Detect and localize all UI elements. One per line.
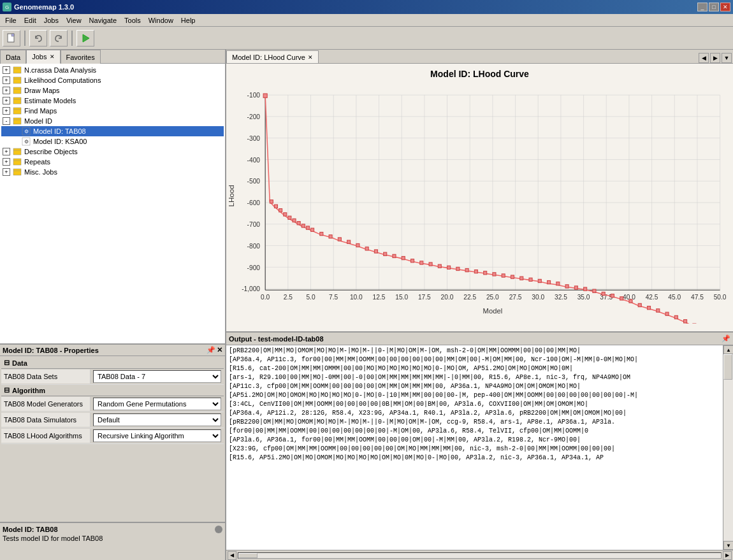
tree-item-drawmaps[interactable]: +Draw Maps [1,85,224,96]
output-pin-icon[interactable]: 📌 [722,334,730,343]
menu-file[interactable]: File [1,15,20,25]
tree-item-findmaps[interactable]: +Find Maps [1,106,224,116]
tab-data[interactable]: Data [0,50,26,64]
tree-item-modelid[interactable]: -Model ID [1,116,224,126]
tree-expander-estimate[interactable]: + [3,97,10,104]
prop-row-datasets: TAB08 Data Sets TAB08 Data - 7 [1,369,224,385]
tree-label-misc: Misc. Jobs [24,168,57,176]
tree-expander-likelihood[interactable]: + [3,76,10,84]
model-info-title: Model ID: TAB08 [3,526,58,533]
output-line: [AP36a.4, AP12i.2, 28:12G, R58.4, X23:9G… [229,409,720,418]
toolbar-new-button[interactable] [3,30,20,47]
x-label-19: 47.5 [691,294,704,301]
tree-expander-describe[interactable]: + [3,148,10,155]
chart-tab-lhood[interactable]: Model ID: LHood Curve ✕ [226,50,319,63]
tree-item-repeats[interactable]: +Repeats [1,157,224,167]
chart-tab-bar: Model ID: LHood Curve ✕ ◀ ▶ ▼ [226,50,733,64]
hscroll-left-btn[interactable]: ◀ [228,551,236,560]
tree-item-likelihood[interactable]: +Likelihood Computations [1,75,224,85]
data-point-29 [484,271,487,275]
y-label-8: -800 [247,243,261,250]
tree-item-modelid_ksa00[interactable]: ⚙Model ID: KSA00 [1,136,224,147]
data-point-34 [529,278,532,281]
vscroll-up-btn[interactable]: ▲ [723,345,733,354]
lhood-select[interactable]: Recursive Linking Algorithm [93,429,221,442]
chart-nav-next[interactable]: ▶ [710,53,720,63]
toolbar-undo-button[interactable] [29,30,47,47]
hscroll-right-btn[interactable]: ▶ [723,551,732,560]
hscroll-thumb[interactable] [238,553,258,558]
hscroll-track[interactable] [238,552,722,559]
data-point-23 [429,262,432,266]
tab-jobs-close[interactable]: ✕ [50,54,55,60]
data-point-11 [320,232,323,235]
jobs-tree-panel: +N.crassa Data Analysis+Likelihood Compu… [0,64,225,343]
output-line: [ars-1, R29.100|00|MM|MO|-0MM|00|-0|00|O… [229,373,720,382]
output-line: [for00|00|MM|MM|OOMM|00|00|00|00|00|00|0… [229,427,720,436]
tree-node-icon [13,86,22,95]
tree-expander-repeats[interactable]: + [3,158,10,166]
tree-expander-misc[interactable]: + [3,168,10,176]
x-label-6: 15.0 [395,294,408,301]
data-point-44 [620,297,623,300]
chart-nav-menu[interactable]: ▼ [722,53,732,63]
tree-expander-ncrassa[interactable]: + [3,66,10,74]
datasets-select[interactable]: TAB08 Data - 7 [93,370,221,383]
menu-tools[interactable]: Tools [120,15,145,25]
data-point-15 [356,243,359,247]
properties-title: Model ID: TAB08 - Properties [3,347,99,354]
menu-jobs[interactable]: Jobs [40,15,62,25]
vscroll-down-btn[interactable]: ▼ [723,541,733,550]
output-body[interactable]: [pRB2200|OM|MM|MO|OMOM|MO|MO|M-|MO|M-||0… [226,345,723,550]
data-point-33 [520,276,523,280]
tree-item-estimate[interactable]: +Estimate Models [1,96,224,106]
y-label-7: -700 [247,221,261,228]
tab-jobs-label: Jobs [32,53,47,61]
toolbar-redo-button[interactable] [50,30,68,47]
properties-pin-icon[interactable]: 📌 [207,346,215,354]
chart-tab-close[interactable]: ✕ [308,54,313,61]
menu-view[interactable]: View [62,15,85,25]
tree-item-ncrassa[interactable]: +N.crassa Data Analysis [1,65,224,75]
y-label-6: -600 [247,199,261,206]
collapse-data-icon[interactable]: ⊟ [4,359,10,367]
menu-window[interactable]: Window [145,15,177,25]
vscroll-track[interactable] [723,354,733,541]
properties-close-icon[interactable]: ✕ [217,346,222,354]
minimize-button[interactable]: _ [697,3,708,11]
output-line: [pRB2200|OM|MM|MO|OMOM|MO|MO|M-|MO|M-||0… [229,418,720,427]
menu-edit[interactable]: Edit [20,15,40,25]
generators-select[interactable]: Random Gene Permutations [93,398,221,410]
tab-favorites[interactable]: Favorites [61,50,101,64]
output-panel: Output - test-model-ID-tab08 📌 [pRB2200|… [226,331,733,560]
vscroll-thumb[interactable] [723,354,732,380]
tab-jobs[interactable]: Jobs ✕ [26,50,60,64]
collapse-algorithm-icon[interactable]: ⊟ [4,386,10,394]
prop-value-simulators: Default [91,412,224,427]
tree-expander-drawmaps[interactable]: + [3,87,10,94]
y-label-5: -500 [247,178,261,185]
menu-navigate[interactable]: Navigate [85,15,120,25]
data-point-31 [502,274,505,277]
maximize-button[interactable]: □ [709,3,719,11]
chart-tab-label: Model ID: LHood Curve [232,54,305,61]
tree-item-misc[interactable]: +Misc. Jobs [1,167,224,177]
svg-text:⚙: ⚙ [24,139,29,145]
tree-item-describe[interactable]: +Describe Objects [1,147,224,157]
close-button[interactable]: ✕ [720,3,730,11]
chart-svg-container: -100 -200 -300 -400 -500 -600 -700 -800 … [226,82,733,324]
svg-rect-22 [13,169,21,175]
chart-nav-prev[interactable]: ◀ [699,53,709,63]
output-title: Output - test-model-ID-tab08 [229,335,324,343]
tree-item-modelid_tab08[interactable]: ⚙Model ID: TAB08 [1,126,224,136]
simulators-select[interactable]: Default [93,413,221,426]
tree-expander-modelid[interactable]: - [3,117,10,125]
menu-help[interactable]: Help [177,15,200,25]
tree-node-icon [13,157,22,166]
data-point-48 [657,309,660,312]
toolbar-run-button[interactable] [76,30,94,47]
properties-header-icons: 📌 ✕ [207,346,222,354]
output-line: [AP11c.3, cfp00|OM|MM|OOMM|00|00|00|00|O… [229,382,720,391]
left-tab-bar: Data Jobs ✕ Favorites [0,50,225,64]
tree-expander-findmaps[interactable]: + [3,107,10,115]
